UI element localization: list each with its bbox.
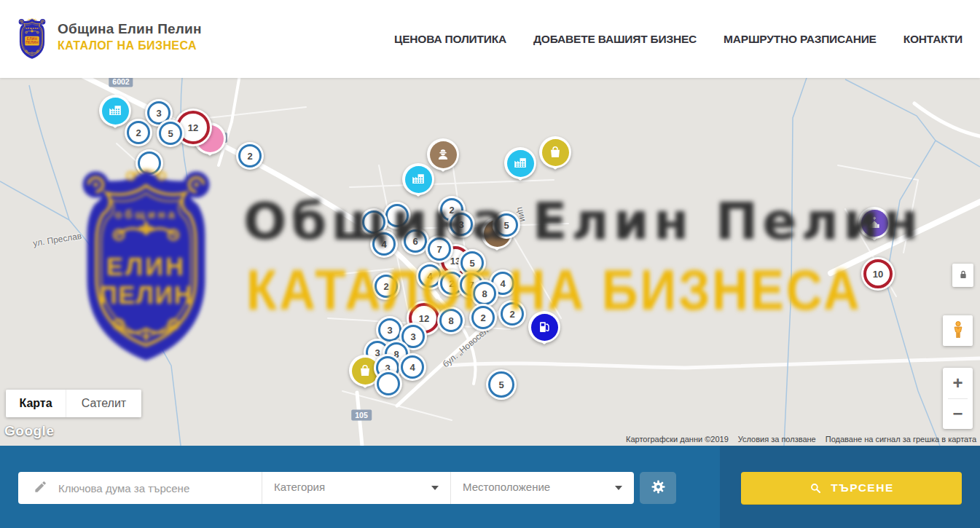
factory-icon: [405, 166, 432, 193]
settings-button[interactable]: [640, 472, 676, 504]
logo-text: Община Елин Пелин КАТАЛОГ НА БИЗНЕСА: [58, 16, 202, 61]
cluster-marker[interactable]: 4: [399, 353, 426, 381]
nav-contacts[interactable]: КОНТАКТИ: [903, 33, 963, 46]
lock-icon: [957, 269, 969, 283]
cluster-marker[interactable]: [375, 370, 402, 398]
map-type-control: Карта Сателит: [6, 390, 141, 417]
search-bar: Категория Местоположение: [0, 446, 980, 528]
cluster-count: [377, 372, 400, 395]
location-dropdown[interactable]: Местоположение: [451, 472, 634, 504]
watermark-title: Община Елин Пелин: [243, 192, 922, 251]
chevron-down-icon: [431, 486, 439, 490]
svg-text:ЕЛИН: ЕЛИН: [27, 37, 38, 41]
cluster-count: 10: [863, 259, 893, 288]
svg-text:ПЕЛИН: ПЕЛИН: [99, 281, 193, 309]
cluster-marker[interactable]: 5: [486, 369, 517, 400]
site-logo[interactable]: община ЕЛИН ПЕЛИН Община Елин Пелин КАТА…: [15, 16, 202, 61]
search-button-label: ТЪРСЕНЕ: [831, 481, 893, 494]
map-canvas[interactable]: 6002105 ул. Преславбул. „Новоселции 12 2…: [0, 78, 980, 446]
cluster-marker[interactable]: 5: [157, 119, 184, 147]
shopping-bag-icon: [542, 139, 569, 166]
search-icon: [809, 481, 822, 494]
zoom-in-button[interactable]: +: [943, 368, 973, 398]
municipality-crest-logo: община ЕЛИН ПЕЛИН: [15, 16, 50, 61]
cluster-count: 2: [238, 144, 262, 168]
factory-icon: [507, 150, 534, 177]
svg-text:ПЕЛИН: ПЕЛИН: [26, 41, 39, 44]
nav-add-your-business[interactable]: ДОБАВЕТЕ ВАШИЯТ БИЗНЕС: [533, 33, 697, 46]
cluster-count: 2: [127, 121, 150, 144]
pin-body: [402, 163, 434, 195]
pin-body: [504, 147, 536, 179]
category-dropdown[interactable]: Категория: [262, 472, 451, 504]
nav-route-schedule[interactable]: МАРШРУТНО РАЗПИСАНИЕ: [724, 33, 877, 46]
cluster-count: 4: [401, 355, 424, 379]
main-nav: ЦЕНОВА ПОЛИТИКА ДОБАВЕТЕ ВАШИЯТ БИЗНЕС М…: [394, 0, 963, 78]
factory-pin[interactable]: [504, 147, 536, 189]
cluster-count: 5: [159, 122, 182, 145]
cluster-marker[interactable]: 2: [125, 119, 152, 146]
cluster-marker[interactable]: 2: [236, 142, 264, 170]
attribution-report-error-link[interactable]: Подаване на сигнал за грешка в картата: [826, 435, 976, 444]
zoom-control: + −: [943, 368, 973, 429]
site-subtitle: КАТАЛОГ НА БИЗНЕСА: [58, 39, 202, 52]
location-label: Местоположение: [463, 481, 550, 493]
factory-icon: [102, 98, 129, 125]
lock-button[interactable]: [952, 264, 973, 287]
pin-body: [539, 136, 571, 168]
gear-icon: [650, 478, 667, 497]
svg-text:община: община: [115, 208, 178, 221]
pencil-icon: [34, 480, 47, 497]
svg-text:ЕЛИН: ЕЛИН: [106, 253, 186, 280]
watermark-crest: община ЕЛИН ПЕЛИН: [61, 157, 231, 371]
site-header: община ЕЛИН ПЕЛИН Община Елин Пелин КАТА…: [0, 0, 980, 78]
keyword-field[interactable]: [18, 472, 262, 504]
keyword-input[interactable]: [57, 481, 242, 495]
site-title: Община Елин Пелин: [58, 21, 202, 37]
pegman-button[interactable]: [943, 315, 973, 346]
search-fields: Категория Местоположение: [18, 472, 634, 504]
svg-text:община: община: [26, 27, 39, 30]
map-type-map-button[interactable]: Карта: [6, 390, 66, 417]
map-type-satellite-button[interactable]: Сателит: [66, 390, 141, 417]
pegman-icon: [948, 320, 968, 342]
zoom-out-button[interactable]: −: [943, 399, 973, 430]
attribution-terms-link[interactable]: Условия за ползване: [738, 435, 816, 444]
category-label: Категория: [274, 481, 325, 493]
watermark-subtitle: КАТАЛОГ НА БИЗНЕСА: [246, 258, 861, 323]
nav-pricing-policy[interactable]: ЦЕНОВА ПОЛИТИКА: [394, 33, 506, 46]
search-button[interactable]: ТЪРСЕНЕ: [741, 472, 962, 504]
chevron-down-icon: [615, 486, 622, 490]
cluster-count: 5: [488, 371, 514, 398]
map-attribution: Картографски данни ©2019 Условия за полз…: [626, 435, 976, 444]
cluster-marker[interactable]: 10: [861, 257, 895, 291]
pin-body: [99, 95, 131, 127]
page: община ЕЛИН ПЕЛИН Община Елин Пелин КАТА…: [0, 0, 980, 528]
attribution-copyright: Картографски данни ©2019: [626, 435, 729, 444]
shopping-bag-pin[interactable]: [539, 136, 571, 178]
google-logo[interactable]: Google: [4, 423, 54, 439]
